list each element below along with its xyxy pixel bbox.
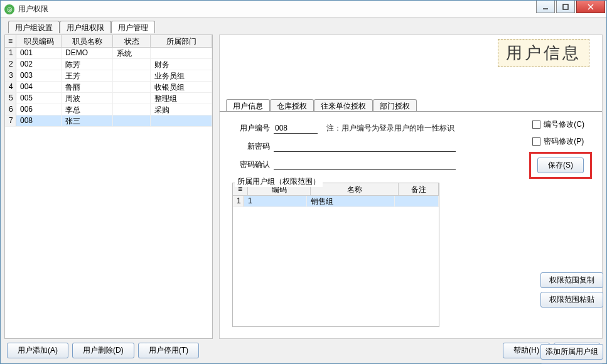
btn-user-stop[interactable]: 用户停用(T) bbox=[138, 343, 199, 358]
cell-code: 1 bbox=[244, 196, 307, 206]
input-new-pwd[interactable] bbox=[274, 141, 456, 152]
group-col-name[interactable]: 名称 bbox=[311, 183, 399, 195]
cell-dept: 业务员组 bbox=[151, 70, 212, 81]
cell-name: 王芳 bbox=[62, 70, 113, 81]
cell-code: 004 bbox=[16, 82, 62, 92]
cell-dept: 收银员组 bbox=[151, 82, 212, 92]
row-index: 6 bbox=[5, 104, 16, 115]
close-button[interactable] bbox=[576, 1, 605, 13]
bottom-bar: 用户添加(A) 用户删除(D) 用户停用(T) 帮助(H) 返回(X) bbox=[4, 339, 603, 360]
edit-checkboxes: 编号修改(C) 密码修改(P) bbox=[532, 119, 584, 147]
subtab-dept[interactable]: 部门授权 bbox=[373, 99, 417, 112]
col-header-name[interactable]: 职员名称 bbox=[62, 35, 113, 47]
table-row[interactable]: 5005周波整理组 bbox=[5, 93, 212, 104]
banner-title: 用户信息 bbox=[498, 39, 589, 67]
note-user-code: 注：用户编号为登录用户的唯一性标识 bbox=[326, 123, 454, 134]
top-tabs: 用户组设置 用户组权限 用户管理 bbox=[8, 21, 603, 33]
employee-grid-header: ≡ 职员编码 职员名称 状态 所属部门 bbox=[5, 35, 212, 48]
table-row[interactable]: 2002陈芳财务 bbox=[5, 59, 212, 70]
cell-name: 张三 bbox=[62, 115, 113, 126]
row-index: 1 bbox=[5, 48, 16, 58]
row-index: 3 bbox=[5, 70, 16, 81]
maximize-button[interactable] bbox=[556, 1, 575, 13]
btn-add-group[interactable]: 添加所属用户组 bbox=[540, 344, 603, 360]
btn-paste-scope[interactable]: 权限范围粘贴 bbox=[540, 292, 603, 308]
table-row[interactable]: 1001DEMO系统 bbox=[5, 48, 212, 59]
tab-user-mgmt[interactable]: 用户管理 bbox=[111, 21, 155, 33]
group-grid: ≡ 编码 名称 备注 11销售组 bbox=[232, 183, 439, 327]
minimize-button[interactable] bbox=[536, 1, 555, 13]
body: 用户组设置 用户组权限 用户管理 ≡ 职员编码 职员名称 状态 所属部门 100… bbox=[1, 18, 606, 363]
side-buttons: 权限范围复制 权限范围粘贴 添加所属用户组 删除所属用户组 bbox=[534, 272, 603, 364]
tab-group-settings[interactable]: 用户组设置 bbox=[8, 21, 60, 33]
cell-state bbox=[113, 104, 151, 115]
row-index: 1 bbox=[233, 196, 244, 206]
window-controls bbox=[535, 1, 605, 13]
label-user-code: 用户编号 bbox=[232, 123, 270, 134]
table-row[interactable]: 11销售组 bbox=[233, 196, 439, 207]
btn-copy-scope[interactable]: 权限范围复制 bbox=[540, 272, 603, 288]
subtab-body: 编号修改(C) 密码修改(P) 保存(S) 用户编号 注：用户编号为登录用户的唯… bbox=[220, 111, 602, 338]
checkbox-pwd-edit[interactable]: 密码修改(P) bbox=[532, 136, 584, 147]
group-grid-body[interactable]: 11销售组 bbox=[233, 196, 439, 326]
cell-dept: 采购 bbox=[151, 104, 212, 115]
cell-code: 008 bbox=[16, 115, 62, 126]
main-content: ≡ 职员编码 职员名称 状态 所属部门 1001DEMO系统2002陈芳财务30… bbox=[4, 35, 603, 339]
btn-user-del[interactable]: 用户删除(D) bbox=[72, 343, 134, 358]
row-index: 5 bbox=[5, 93, 16, 104]
cell-state: 系统 bbox=[113, 48, 151, 58]
checkbox-pwd-edit-label: 密码修改(P) bbox=[544, 136, 584, 147]
label-confirm-pwd: 密码确认 bbox=[232, 159, 270, 170]
table-row[interactable]: 7008张三 bbox=[5, 115, 212, 127]
cell-dept bbox=[151, 115, 212, 126]
col-header-dept[interactable]: 所属部门 bbox=[151, 35, 212, 47]
right-panel: 用户信息 用户信息 仓库授权 往来单位授权 部门授权 编号修改(C) 密码修改(… bbox=[219, 35, 603, 339]
cell-code: 002 bbox=[16, 59, 62, 70]
group-col-note[interactable]: 备注 bbox=[399, 183, 439, 195]
cell-code: 003 bbox=[16, 70, 62, 81]
window-title: 用户权限 bbox=[18, 4, 48, 14]
checkbox-code-edit[interactable]: 编号修改(C) bbox=[532, 119, 584, 130]
checkbox-code-edit-label: 编号修改(C) bbox=[544, 119, 584, 130]
sub-tabs: 用户信息 仓库授权 往来单位授权 部门授权 bbox=[226, 99, 602, 112]
cell-dept: 财务 bbox=[151, 59, 212, 70]
cell-name: 销售组 bbox=[307, 196, 395, 206]
row-selector-head: ≡ bbox=[5, 35, 16, 47]
banner-area: 用户信息 bbox=[220, 35, 602, 99]
cell-dept bbox=[151, 48, 212, 58]
svg-rect-1 bbox=[563, 4, 568, 9]
tab-group-perms[interactable]: 用户组权限 bbox=[60, 21, 111, 33]
employee-grid-body[interactable]: 1001DEMO系统2002陈芳财务3003王芳业务员组4004鲁丽收银员组50… bbox=[5, 48, 212, 338]
cell-name: 周波 bbox=[62, 93, 113, 104]
title-bar: ◎ 用户权限 bbox=[1, 1, 606, 18]
checkbox-box-icon bbox=[532, 137, 540, 146]
save-button[interactable]: 保存(S) bbox=[537, 158, 584, 173]
cell-name: 鲁丽 bbox=[62, 82, 113, 92]
cell-state bbox=[113, 93, 151, 104]
table-row[interactable]: 4004鲁丽收银员组 bbox=[5, 82, 212, 93]
checkbox-box-icon bbox=[532, 120, 540, 129]
col-header-state[interactable]: 状态 bbox=[113, 35, 151, 47]
row-index: 4 bbox=[5, 82, 16, 92]
subtab-warehouse[interactable]: 仓库授权 bbox=[270, 99, 314, 112]
cell-code: 006 bbox=[16, 104, 62, 115]
col-header-code[interactable]: 职员编码 bbox=[16, 35, 62, 47]
table-row[interactable]: 6006李总采购 bbox=[5, 104, 212, 115]
cell-code: 005 bbox=[16, 93, 62, 104]
app-window: ◎ 用户权限 用户组设置 用户组权限 用户管理 ≡ 职员编码 职员名称 状态 所… bbox=[0, 0, 607, 364]
cell-state bbox=[113, 70, 151, 81]
input-user-code[interactable] bbox=[274, 123, 318, 134]
cell-state bbox=[113, 59, 151, 70]
cell-name: 陈芳 bbox=[62, 59, 113, 70]
subtab-partner[interactable]: 往来单位授权 bbox=[314, 99, 373, 112]
right-inner: 用户信息 用户信息 仓库授权 往来单位授权 部门授权 编号修改(C) 密码修改(… bbox=[219, 35, 603, 339]
btn-user-add[interactable]: 用户添加(A) bbox=[7, 343, 68, 358]
input-confirm-pwd[interactable] bbox=[274, 159, 456, 170]
label-new-pwd: 新密码 bbox=[232, 141, 270, 152]
table-row[interactable]: 3003王芳业务员组 bbox=[5, 70, 212, 82]
cell-dept: 整理组 bbox=[151, 93, 212, 104]
subtab-user-info[interactable]: 用户信息 bbox=[226, 99, 270, 112]
row-index: 7 bbox=[5, 115, 16, 126]
group-legend: 所属用户组（权限范围） bbox=[235, 176, 323, 187]
row-index: 2 bbox=[5, 59, 16, 70]
